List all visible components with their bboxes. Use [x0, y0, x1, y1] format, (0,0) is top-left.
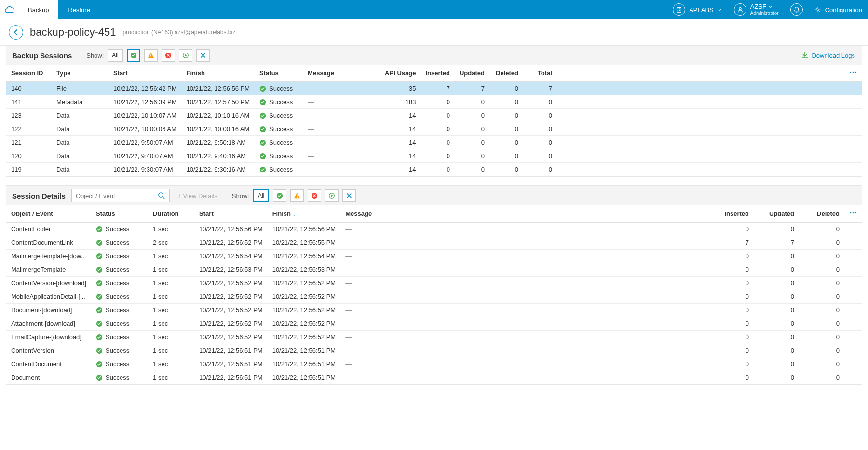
- download-icon: [801, 52, 809, 59]
- details-panel-title: Session Details: [10, 192, 66, 200]
- table-row[interactable]: 119Data10/21/22, 9:30:07 AM10/21/22, 9:3…: [6, 163, 862, 176]
- col-inserted[interactable]: Inserted: [708, 205, 754, 223]
- col-api-usage[interactable]: API Usage: [380, 65, 420, 82]
- success-icon: [96, 293, 103, 300]
- back-button[interactable]: [9, 25, 23, 40]
- download-logs-label: Download Logs: [812, 52, 855, 59]
- table-row[interactable]: ContentDocumentSuccess1 sec10/21/22, 12:…: [6, 357, 862, 371]
- sessions-show-label: Show:: [86, 52, 104, 59]
- success-icon: [130, 52, 137, 59]
- success-icon: [96, 253, 103, 260]
- sessions-filter-success[interactable]: [127, 49, 140, 62]
- org-name: APLABS: [689, 6, 714, 13]
- table-row[interactable]: DocumentSuccess1 sec10/21/22, 12:56:51 P…: [6, 371, 862, 384]
- details-columns-more[interactable]: [844, 205, 862, 223]
- col-updated[interactable]: Updated: [455, 65, 489, 82]
- table-row[interactable]: 122Data10/21/22, 10:00:06 AM10/21/22, 10…: [6, 122, 862, 136]
- table-row[interactable]: ContentVersion-[download]Success1 sec10/…: [6, 277, 862, 290]
- col-status[interactable]: Status: [255, 65, 303, 82]
- col-start[interactable]: Start: [194, 205, 268, 223]
- user-role: Administrator: [750, 11, 779, 16]
- table-row[interactable]: ContentDocumentLinkSuccess2 sec10/21/22,…: [6, 236, 862, 250]
- sort-desc-icon: ↓: [293, 211, 296, 217]
- col-finish[interactable]: Finish↓: [268, 205, 341, 223]
- sessions-filter-clear[interactable]: [196, 49, 210, 62]
- success-icon: [259, 112, 266, 119]
- success-icon: [259, 166, 266, 173]
- details-filter-success[interactable]: [273, 189, 286, 202]
- running-icon: [182, 52, 189, 59]
- table-row[interactable]: 120Data10/21/22, 9:40:07 AM10/21/22, 9:4…: [6, 149, 862, 163]
- details-table: Object / Event Status Duration Start Fin…: [6, 205, 862, 384]
- sessions-filter-running[interactable]: [179, 49, 192, 62]
- success-icon: [96, 320, 103, 327]
- col-updated[interactable]: Updated: [754, 205, 799, 223]
- col-message[interactable]: Message: [340, 205, 708, 223]
- table-row[interactable]: EmailCapture-[download]Success1 sec10/21…: [6, 331, 862, 344]
- tab-restore[interactable]: Restore: [58, 0, 100, 19]
- search-button[interactable]: [154, 192, 169, 199]
- close-icon: [200, 52, 206, 59]
- details-search-input[interactable]: [72, 192, 154, 199]
- warning-icon: [294, 192, 300, 199]
- col-inserted[interactable]: Inserted: [420, 65, 455, 82]
- table-row[interactable]: Attachment-[download]Success1 sec10/21/2…: [6, 317, 862, 331]
- search-icon: [158, 192, 165, 199]
- details-filter-running[interactable]: [325, 189, 339, 202]
- col-finish[interactable]: Finish: [182, 65, 255, 82]
- page-title: backup-policy-451: [30, 26, 116, 39]
- table-row[interactable]: 121Data10/21/22, 9:50:07 AM10/21/22, 9:5…: [6, 136, 862, 149]
- col-duration[interactable]: Duration: [148, 205, 194, 223]
- close-icon: [346, 192, 353, 199]
- table-row[interactable]: 141Metadata10/21/22, 12:56:39 PM10/21/22…: [6, 95, 862, 109]
- success-icon: [96, 347, 103, 354]
- col-object[interactable]: Object / Event: [6, 205, 91, 223]
- sessions-table: Session ID Type Start↓ Finish Status Mes…: [6, 65, 862, 176]
- details-filter-clear[interactable]: [342, 189, 356, 202]
- running-icon: [328, 192, 335, 199]
- configuration-button[interactable]: Configuration: [809, 0, 868, 19]
- success-icon: [96, 307, 103, 314]
- sessions-filter-warning[interactable]: [144, 49, 158, 62]
- tab-backup[interactable]: Backup: [18, 0, 58, 19]
- table-row[interactable]: ContentVersionSuccess1 sec10/21/22, 12:5…: [6, 344, 862, 357]
- app-logo: [0, 0, 18, 19]
- sessions-filter-all[interactable]: All: [108, 49, 122, 62]
- table-row[interactable]: MailmergeTemplate-[dow...Success1 sec10/…: [6, 250, 862, 263]
- success-icon: [259, 139, 266, 146]
- error-icon: [165, 52, 172, 59]
- details-show-label: Show:: [232, 192, 249, 199]
- col-total[interactable]: Total: [523, 65, 557, 82]
- user-menu[interactable]: AZSF Administrator: [728, 0, 785, 19]
- bell-icon: [790, 3, 803, 16]
- col-deleted[interactable]: Deleted: [799, 205, 844, 223]
- sessions-filter-error[interactable]: [162, 49, 175, 62]
- success-icon: [259, 99, 266, 106]
- success-icon: [96, 226, 103, 233]
- details-filter-warning[interactable]: [290, 189, 304, 202]
- col-session-id[interactable]: Session ID: [6, 65, 52, 82]
- col-message[interactable]: Message: [303, 65, 380, 82]
- success-icon: [276, 192, 283, 199]
- col-start[interactable]: Start↓: [108, 65, 182, 82]
- table-row[interactable]: ContentFolderSuccess1 sec10/21/22, 12:56…: [6, 223, 862, 236]
- notifications-button[interactable]: [785, 0, 809, 19]
- col-type[interactable]: Type: [52, 65, 108, 82]
- details-filter-all[interactable]: All: [253, 189, 269, 202]
- table-row[interactable]: MobileApplicationDetail-[...Success1 sec…: [6, 290, 862, 304]
- sessions-columns-more[interactable]: [844, 65, 862, 82]
- org-switcher[interactable]: APLABS: [667, 0, 728, 19]
- configuration-label: Configuration: [825, 6, 862, 13]
- table-row[interactable]: MailmergeTemplateSuccess1 sec10/21/22, 1…: [6, 263, 862, 277]
- view-details-button[interactable]: i View Details: [178, 192, 217, 199]
- success-icon: [259, 126, 266, 132]
- details-filter-error[interactable]: [308, 189, 321, 202]
- table-row[interactable]: 140File10/21/22, 12:56:42 PM10/21/22, 12…: [6, 82, 862, 95]
- table-row[interactable]: Document-[download]Success1 sec10/21/22,…: [6, 304, 862, 317]
- col-status[interactable]: Status: [91, 205, 148, 223]
- table-row[interactable]: 123Data10/21/22, 10:10:07 AM10/21/22, 10…: [6, 109, 862, 122]
- download-logs-button[interactable]: Download Logs: [801, 52, 858, 59]
- col-deleted[interactable]: Deleted: [489, 65, 523, 82]
- details-search-box: [71, 189, 170, 202]
- success-icon: [259, 85, 266, 92]
